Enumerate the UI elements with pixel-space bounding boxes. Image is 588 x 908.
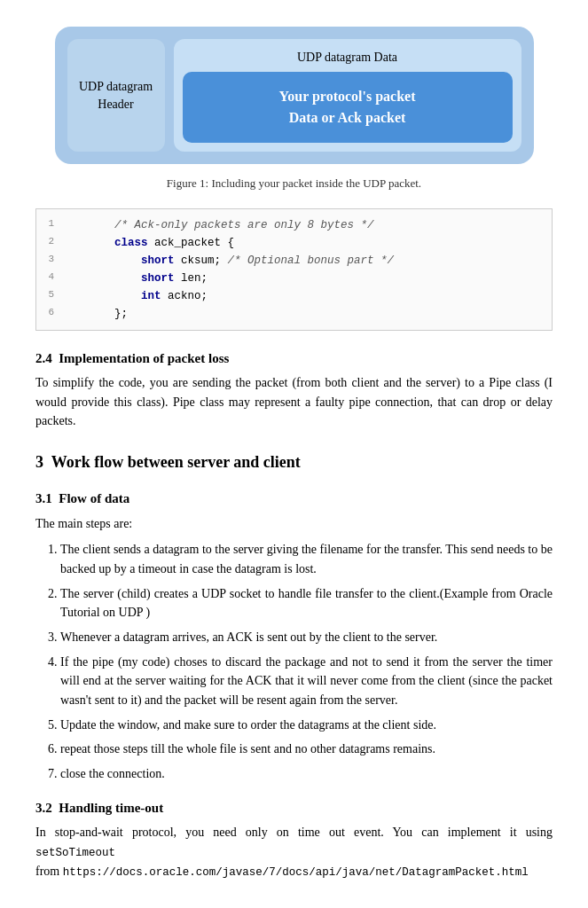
udp-diagram-outer: UDP datagram Header UDP datagram Data Yo… (55, 27, 534, 164)
section-3-label: 3 (35, 453, 43, 471)
udp-data-label: UDP datagram Data (183, 48, 513, 67)
section-32-body: In stop-and-wait protocol, you need only… (35, 823, 553, 881)
section-31-title: Flow of data (59, 491, 129, 505)
udp-header-label: UDP datagram Header (76, 78, 156, 113)
code-line-5: 5 int ackno; (36, 287, 552, 305)
line-num-4: 4 (36, 270, 61, 287)
line-content-4: short len; (61, 270, 552, 287)
line-num-6: 6 (36, 305, 61, 323)
code-line-3: 3 short cksum; /* Optional bonus part */ (36, 252, 552, 270)
section-24-heading: 2.4 Implementation of packet loss (35, 348, 553, 369)
line-num-3: 3 (36, 252, 61, 270)
figure-caption: Figure 1: Including your packet inside t… (167, 175, 421, 192)
udp-data-outer: UDP datagram Data Your protocol's packet… (174, 39, 521, 152)
oracle-link: https://docs.oracle.com/javase/7/docs/ap… (63, 866, 529, 879)
section-32-heading: 3.2 Handling time-out (35, 798, 553, 818)
inner-label-line2: Data or Ack packet (289, 110, 406, 125)
list-item: The client sends a datagram to the serve… (60, 540, 553, 578)
section-31-label: 3.1 (35, 491, 52, 505)
line-content-1: /* Ack-only packets are only 8 bytes */ (61, 216, 552, 234)
line-num-1: 1 (36, 216, 61, 234)
settimeout-code: setSoTimeout (35, 847, 115, 859)
inner-label-line1: Your protocol's packet (278, 89, 415, 104)
figure-container: UDP datagram Header UDP datagram Data Yo… (35, 27, 553, 192)
line-content-6: }; (61, 305, 552, 323)
section-32-body-start: In stop-and-wait protocol, you need only… (35, 826, 553, 839)
line-content-5: int ackno; (61, 287, 552, 305)
code-block: 1 /* Ack-only packets are only 8 bytes *… (35, 208, 553, 331)
section-3-title: Work flow between server and client (51, 453, 301, 471)
list-item: Whenever a datagram arrives, an ACK is s… (60, 628, 553, 647)
udp-header-box: UDP datagram Header (67, 39, 165, 152)
list-item: If the pipe (my code) choses to discard … (60, 653, 553, 710)
section-31-intro: The main steps are: (35, 514, 553, 534)
section-32-title: Handling time-out (59, 801, 163, 815)
list-item: repeat those steps till the whole file i… (60, 740, 553, 759)
section-24-body: To simplify the code, you are sending th… (35, 373, 553, 431)
code-line-1: 1 /* Ack-only packets are only 8 bytes *… (36, 216, 552, 234)
section-3-heading: 3 Work flow between server and client (35, 450, 553, 474)
section-24-label: 2.4 (35, 351, 52, 365)
udp-data-inner: Your protocol's packet Data or Ack packe… (183, 72, 513, 143)
list-item: Update the window, and make sure to orde… (60, 716, 553, 735)
steps-list: The client sends a datagram to the serve… (60, 540, 553, 784)
code-line-2: 2 class ack_packet { (36, 234, 552, 252)
section-24-title: Implementation of packet loss (59, 351, 229, 365)
section-31-heading: 3.1 Flow of data (35, 489, 553, 509)
line-num-5: 5 (36, 287, 61, 305)
list-item: close the connection. (60, 764, 553, 784)
code-line-6: 6 }; (36, 305, 552, 323)
code-line-4: 4 short len; (36, 270, 552, 287)
section-32-label: 3.2 (35, 801, 52, 815)
line-num-2: 2 (36, 234, 61, 252)
line-content-3: short cksum; /* Optional bonus part */ (61, 252, 552, 270)
list-item: The server (child) creates a UDP socket … (60, 584, 553, 622)
line-content-2: class ack_packet { (61, 234, 552, 252)
